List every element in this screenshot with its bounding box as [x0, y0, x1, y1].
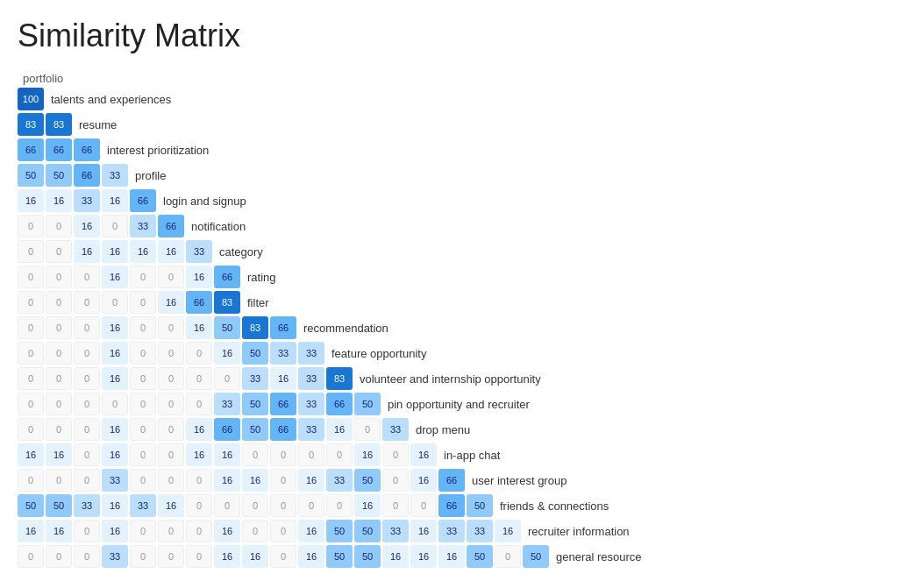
matrix-cell: 100	[18, 88, 44, 110]
matrix-cell: 0	[326, 494, 353, 517]
matrix-cell: 0	[186, 469, 212, 492]
matrix-row: 001616161633category	[18, 240, 880, 263]
matrix-cell: 0	[158, 418, 184, 441]
matrix-cell: 0	[46, 545, 72, 568]
matrix-cell: 33	[298, 342, 324, 365]
matrix-cell: 66	[270, 393, 296, 415]
matrix-cell: 16	[242, 469, 268, 492]
matrix-cell: 66	[74, 138, 100, 161]
matrix-cell: 50	[214, 316, 240, 339]
matrix-cell: 0	[18, 240, 44, 263]
matrix-cell: 66	[214, 266, 240, 288]
matrix-cell: 0	[158, 342, 184, 365]
matrix-cell: 0	[74, 342, 100, 365]
matrix-cell: 0	[270, 469, 296, 492]
row-label: drop menu	[416, 423, 470, 436]
page-title: Similarity Matrix	[18, 18, 880, 54]
matrix-cell: 0	[298, 443, 324, 466]
row-label: portfolio	[23, 72, 63, 85]
row-label: user interest group	[472, 474, 567, 487]
matrix-cell: 0	[186, 520, 212, 542]
matrix-cell: 50	[354, 520, 381, 542]
matrix-row: 000330001616016335001666user interest gr…	[18, 469, 880, 492]
matrix-row: 50503316331600000016006650friends & conn…	[18, 494, 880, 517]
matrix-cell: 16	[74, 215, 100, 237]
matrix-cell: 0	[18, 316, 44, 339]
matrix-row: 100talents and experiences	[18, 88, 880, 110]
matrix-row: 0001600166650663316033drop menu	[18, 418, 880, 441]
matrix-cell: 0	[74, 469, 100, 492]
matrix-cell: 0	[18, 469, 44, 492]
matrix-cell: 0	[298, 494, 324, 517]
matrix-cell: 0	[102, 393, 128, 415]
matrix-cell: 16	[298, 545, 324, 568]
row-label: general resource	[556, 550, 642, 563]
matrix-row: portfolio	[18, 72, 880, 85]
matrix-cell: 16	[74, 240, 100, 263]
matrix-cell: 0	[158, 469, 184, 492]
matrix-cell: 16	[102, 189, 128, 212]
matrix-cell: 0	[495, 545, 521, 568]
matrix-cell: 16	[102, 240, 128, 263]
matrix-row: 000160016508366recommendation	[18, 316, 880, 339]
matrix-cell: 66	[158, 215, 184, 237]
row-label: login and signup	[163, 195, 246, 208]
matrix-cell: 83	[326, 367, 353, 390]
matrix-cell: 16	[46, 520, 72, 542]
matrix-cell: 66	[74, 164, 100, 187]
matrix-cell: 50	[354, 545, 381, 568]
matrix-cell: 0	[382, 469, 409, 492]
matrix-cell: 0	[130, 393, 156, 415]
matrix-cell: 0	[46, 316, 72, 339]
row-label: in-app chat	[444, 449, 500, 462]
matrix-cell: 66	[438, 494, 465, 517]
matrix-cell: 0	[242, 494, 268, 517]
matrix-cell: 50	[354, 393, 381, 415]
matrix-row: 1616016001616000016016in-app chat	[18, 443, 880, 466]
matrix-cell: 33	[130, 215, 156, 237]
matrix-cell: 33	[186, 240, 212, 263]
matrix-cell: 50	[46, 164, 72, 187]
matrix-cell: 16	[102, 266, 128, 288]
matrix-cell: 0	[158, 266, 184, 288]
matrix-cell: 0	[270, 520, 296, 542]
matrix-cell: 16	[102, 443, 128, 466]
row-label: rating	[247, 271, 276, 284]
matrix-cell: 50	[242, 342, 268, 365]
matrix-cell: 0	[18, 342, 44, 365]
matrix-row: 00000166683filter	[18, 291, 880, 314]
matrix-cell: 16	[214, 545, 240, 568]
matrix-cell: 0	[242, 443, 268, 466]
matrix-cell: 0	[242, 520, 268, 542]
matrix-cell: 0	[186, 545, 212, 568]
row-label: volunteer and internship opportunity	[360, 372, 541, 386]
matrix-cell: 0	[18, 418, 44, 441]
matrix-cell: 0	[74, 443, 100, 466]
matrix-cell: 66	[130, 189, 156, 212]
matrix-cell: 0	[158, 367, 184, 390]
row-label: notification	[191, 220, 246, 233]
matrix-cell: 0	[130, 545, 156, 568]
matrix-cell: 16	[495, 520, 521, 542]
matrix-cell: 16	[410, 469, 437, 492]
matrix-cell: 33	[214, 393, 240, 415]
matrix-cell: 50	[467, 545, 493, 568]
row-label: category	[219, 245, 263, 259]
matrix-cell: 0	[410, 494, 437, 517]
matrix-cell: 66	[18, 138, 44, 161]
matrix-cell: 50	[242, 418, 268, 441]
matrix-cell: 66	[270, 316, 296, 339]
matrix-cell: 16	[354, 443, 381, 466]
matrix-cell: 0	[270, 545, 296, 568]
matrix-cell: 16	[102, 316, 128, 339]
row-label: recruiter information	[528, 525, 630, 538]
matrix-cell: 0	[326, 443, 353, 466]
matrix-row: 666666interest prioritization	[18, 138, 880, 161]
matrix-cell: 0	[158, 545, 184, 568]
matrix-cell: 16	[102, 418, 128, 441]
row-label: friends & connections	[500, 499, 609, 513]
matrix-cell: 0	[130, 316, 156, 339]
matrix-cell: 0	[74, 367, 100, 390]
matrix-cell: 0	[130, 266, 156, 288]
matrix-cell: 50	[18, 164, 44, 187]
